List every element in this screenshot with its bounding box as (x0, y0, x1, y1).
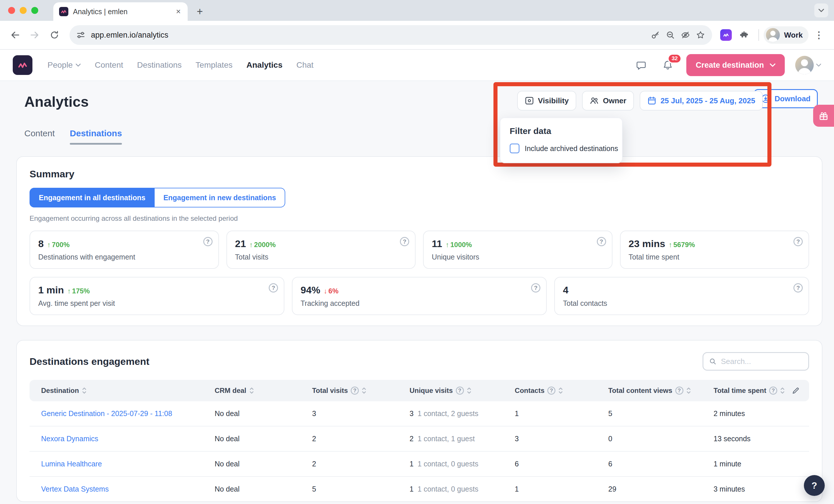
emlen-extension-icon[interactable] (720, 29, 732, 41)
time-spent-cell: 2 minutes (708, 401, 786, 426)
destination-link[interactable]: Nexora Dynamics (41, 435, 98, 443)
forward-icon[interactable] (25, 26, 44, 44)
help-icon[interactable]: ? (675, 387, 683, 395)
col-destination[interactable]: Destination (29, 380, 209, 401)
col-total-visits[interactable]: Total visits? (306, 380, 404, 401)
tab-title: Analytics | emlen (73, 7, 169, 16)
content-views-cell: 5 (602, 401, 708, 426)
traffic-light-minimize[interactable] (20, 7, 27, 14)
chevron-down-icon (75, 63, 81, 67)
time-spent-cell: 13 seconds (708, 426, 786, 451)
edit-pencil-icon (791, 386, 800, 395)
help-icon[interactable]: ? (531, 283, 540, 293)
zoom-out-icon[interactable] (666, 30, 675, 40)
col-crm-deal[interactable]: CRM deal (209, 380, 306, 401)
filter-data-popover: Filter data Include archived destination… (500, 117, 622, 163)
crm-deal-cell: No deal (209, 477, 306, 501)
destination-link[interactable]: Lumina Healthcare (41, 460, 102, 468)
eye-off-icon[interactable] (681, 30, 690, 40)
user-menu[interactable] (795, 56, 821, 74)
time-spent-cell: 3 minutes (708, 477, 786, 501)
contacts-cell: 3 (509, 426, 602, 451)
nav-item-templates[interactable]: Templates (196, 61, 233, 70)
help-icon[interactable]: ? (793, 283, 803, 293)
sort-icon (249, 387, 254, 394)
visibility-filter-button[interactable]: Visibility (517, 91, 576, 111)
content-views-cell: 29 (602, 477, 708, 501)
help-icon[interactable]: ? (769, 387, 777, 395)
help-icon[interactable]: ? (351, 387, 359, 395)
table-row: Nexora Dynamics No deal 2 21 contact, 1 … (29, 426, 809, 451)
emlen-favicon-icon (59, 7, 68, 16)
help-icon[interactable]: ? (203, 237, 213, 246)
col-contacts[interactable]: Contacts? (509, 380, 602, 401)
include-archived-checkbox[interactable] (510, 143, 520, 153)
owner-filter-button[interactable]: Owner (582, 91, 634, 111)
gift-button[interactable] (813, 105, 834, 127)
browser-profile-chip[interactable]: Work (764, 26, 809, 44)
search-input[interactable] (721, 357, 803, 366)
nav-item-content[interactable]: Content (95, 61, 123, 70)
date-range-picker[interactable]: 25 Jul, 2025 - 25 Aug, 2025 (640, 91, 763, 111)
nav-item-people[interactable]: People (47, 61, 81, 70)
visibility-eye-icon (525, 96, 534, 105)
tab-content[interactable]: Content (24, 129, 55, 145)
toolbar-divider (759, 29, 759, 41)
browser-tab[interactable]: Analytics | emlen × (53, 2, 188, 21)
unique-visits-cell: 31 contact, 2 guests (404, 401, 509, 426)
crm-deal-cell: No deal (209, 401, 306, 426)
back-icon[interactable] (6, 26, 24, 44)
help-icon[interactable]: ? (793, 237, 803, 246)
calendar-icon (647, 96, 657, 105)
table-search[interactable] (703, 352, 809, 371)
col-total-content-views[interactable]: Total content views? (602, 380, 708, 401)
password-key-icon[interactable] (651, 30, 660, 40)
help-icon[interactable]: ? (400, 237, 409, 246)
content-views-cell: 0 (602, 426, 708, 451)
browser-menu-kebab-icon[interactable]: ⋮ (810, 26, 828, 44)
col-edit[interactable] (786, 380, 809, 401)
address-bar[interactable]: app.emlen.io/analytics (69, 25, 712, 45)
summary-card: Summary Engagement in all destinations E… (16, 156, 822, 326)
total-visits-cell: 3 (306, 401, 404, 426)
url-text[interactable]: app.emlen.io/analytics (91, 31, 645, 40)
emlen-logo[interactable] (13, 55, 32, 75)
extensions-puzzle-icon[interactable] (735, 26, 754, 44)
toggle-new-destinations[interactable]: Engagement in new destinations (155, 188, 285, 207)
nav-item-destinations[interactable]: Destinations (137, 61, 181, 70)
col-unique-visits[interactable]: Unique visits? (404, 380, 509, 401)
toggle-all-destinations[interactable]: Engagement in all destinations (29, 188, 155, 207)
help-icon[interactable]: ? (547, 387, 555, 395)
help-icon[interactable]: ? (597, 237, 606, 246)
traffic-light-maximize[interactable] (31, 7, 38, 14)
site-settings-icon[interactable] (76, 31, 85, 39)
sort-icon (686, 387, 691, 394)
tab-close-icon[interactable]: × (174, 6, 183, 17)
page-title: Analytics (24, 93, 89, 110)
tab-search-button[interactable] (814, 3, 828, 17)
contacts-cell: 1 (509, 401, 602, 426)
col-total-time-spent[interactable]: Total time spent? (708, 380, 786, 401)
destination-link[interactable]: Vertex Data Systems (41, 485, 109, 493)
sort-icon (362, 387, 366, 394)
nav-item-chat[interactable]: Chat (296, 61, 313, 70)
chat-bubble-icon[interactable] (633, 57, 649, 73)
notifications-bell-icon[interactable]: 32 (660, 57, 676, 73)
help-icon[interactable]: ? (456, 387, 464, 395)
traffic-light-close[interactable] (8, 7, 15, 14)
bookmark-star-icon[interactable] (696, 30, 705, 40)
new-tab-button[interactable]: + (192, 4, 207, 19)
help-icon[interactable]: ? (269, 283, 278, 293)
destination-link[interactable]: Generic Destination - 2025-07-29 - 11:08 (41, 409, 172, 417)
table-row: Vertex Data Systems No deal 5 11 contact… (29, 477, 809, 501)
unique-visits-cell: 11 contact, 0 guests (404, 451, 509, 477)
nav-item-analytics[interactable]: Analytics (246, 61, 283, 70)
stat-destinations-engagement: 8 ↑700% Destinations with engagement ? (29, 231, 219, 269)
filter-bar: Visibility Owner 25 Jul, 2025 - 25 Aug, … (498, 86, 767, 111)
checkbox-label: Include archived destinations (525, 144, 618, 153)
chevron-down-icon (770, 63, 775, 67)
create-destination-button[interactable]: Create destination (686, 54, 785, 76)
help-fab-button[interactable]: ? (804, 475, 825, 496)
reload-icon[interactable] (45, 26, 64, 44)
tab-destinations[interactable]: Destinations (70, 129, 122, 145)
